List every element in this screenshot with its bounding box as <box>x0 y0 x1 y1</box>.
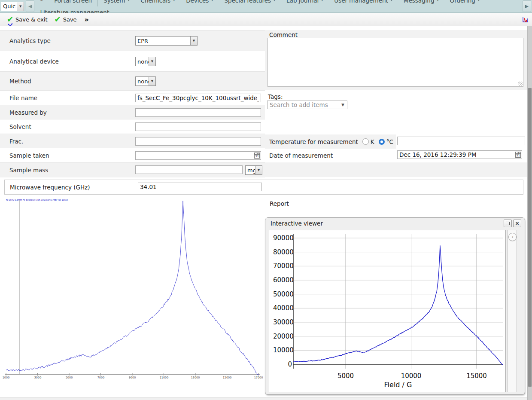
bottom-strip <box>0 397 528 400</box>
frac-input[interactable] <box>135 137 261 146</box>
menu-item-devices[interactable]: Devices▾ <box>180 0 219 6</box>
x-tick-label: 11000 <box>155 376 173 379</box>
toolbar-more-button[interactable]: » <box>85 15 89 24</box>
form-row-frac: Frac. <box>0 134 265 148</box>
x-tick-label: 5000 <box>328 372 363 380</box>
resize-handle-icon[interactable] <box>518 82 523 86</box>
form-row-method: Methodnone▼ <box>0 71 265 91</box>
x-tick-label: 3000 <box>29 376 46 379</box>
celsius-label: °C <box>386 138 393 145</box>
menu-item-user-management[interactable]: User management▾ <box>328 0 398 6</box>
x-tick-label: 5000 <box>61 376 78 379</box>
x-tick-label: 15000 <box>459 372 494 380</box>
chevron-down-icon[interactable]: ▼ <box>149 57 155 66</box>
kelvin-label: K <box>371 138 374 145</box>
analytical-device-select[interactable]: none▼ <box>135 57 156 66</box>
x-tick-label: 10000 <box>394 372 429 380</box>
close-icon[interactable]: × <box>513 220 521 227</box>
chevron-down-icon[interactable]: ▼ <box>190 37 197 45</box>
viewer-chart-svg <box>268 230 505 392</box>
spectrum-title: fs SecC 0.5mM Fe 30pcglyc 10K 100ussrt 1… <box>6 198 68 201</box>
tags-label: Tags: <box>268 93 283 100</box>
vertical-scrollbar[interactable] <box>527 26 532 400</box>
calendar-icon[interactable]: 31 <box>515 152 521 158</box>
menu-item-portal-screen[interactable]: Portal screen <box>49 0 98 6</box>
date-of-measurement-input[interactable] <box>397 150 522 159</box>
epr-spectrum-preview[interactable]: fs SecC 0.5mM Fe 30pcglyc 10K 100ussrt 1… <box>0 196 265 398</box>
form-row-measured-by: Measured by <box>0 105 265 119</box>
field-label: Frac. <box>9 138 23 145</box>
y-tick-label: 100000 <box>273 346 293 354</box>
y-tick-label: 400000 <box>273 304 293 312</box>
back-button[interactable]: ◀ <box>26 0 34 12</box>
chevron-down-icon[interactable]: ▼ <box>149 77 155 85</box>
measured-by-input[interactable] <box>135 108 261 117</box>
collapse-panel-icon[interactable]: ‹ <box>508 233 517 241</box>
analytics-type-select[interactable]: EPR▼ <box>135 36 198 46</box>
solvent-input[interactable] <box>135 122 261 131</box>
spectrum-icon[interactable] <box>522 16 529 23</box>
file-name-input[interactable] <box>135 94 261 102</box>
interactive-viewer-window: Interactive viewer × 0100000200000300000… <box>265 217 525 395</box>
quick-access-select[interactable]: Quic ▼ <box>1 2 24 11</box>
field-label: Method <box>9 78 31 85</box>
comment-label: Comment <box>269 31 298 38</box>
chevron-down-icon: ▾ <box>173 0 175 2</box>
maximize-icon[interactable] <box>504 220 512 227</box>
menu-item-chemicals[interactable]: Chemicals▾ <box>135 0 180 6</box>
chevron-down-icon: ▾ <box>128 0 129 2</box>
field-label: Analytics type <box>9 37 51 44</box>
menu-overflow-button[interactable]: ▶ <box>523 0 531 12</box>
date-of-measurement-label: Date of measurement <box>269 152 333 159</box>
menu-item-ordering[interactable]: Ordering▾ <box>444 0 485 6</box>
quick-select-value: Quic <box>1 3 17 9</box>
calendar-icon[interactable]: 31 <box>254 153 260 159</box>
method-select[interactable]: none▼ <box>135 76 156 86</box>
form-row-solvent: Solvent <box>0 119 265 134</box>
chevron-down-icon: ▾ <box>478 0 480 2</box>
comment-textarea[interactable] <box>268 38 523 87</box>
chevron-down-icon[interactable]: ▼ <box>255 166 262 174</box>
chevron-down-icon: ▼ <box>341 103 347 107</box>
application-window: Quic ▼ ◀ *Portal screenSystem▾Chemicals▾… <box>0 0 532 400</box>
microwave-frequency-label: Microwave frequency (GHz) <box>10 184 90 191</box>
field-label: Sample mass <box>9 167 48 174</box>
sample-taken-input[interactable] <box>135 151 261 160</box>
menu-item-system[interactable]: System▾ <box>98 0 135 6</box>
celsius-radio[interactable] <box>379 139 385 145</box>
menu-item-messaging[interactable]: Messaging▾ <box>398 0 444 6</box>
save-and-exit-button[interactable]: ✔ Save & exit <box>7 15 48 23</box>
sample-mass-unit-select[interactable]: mg▼ <box>245 165 262 175</box>
form-row-analytical-device: Analytical devicenone▼ <box>0 51 265 72</box>
sample-mass-input[interactable] <box>135 165 243 174</box>
menu-item-star[interactable]: * <box>34 0 49 6</box>
x-tick-label: 1000 <box>0 376 15 379</box>
chevron-down-icon: ▾ <box>321 0 323 2</box>
scrollbar-thumb[interactable] <box>528 88 532 387</box>
kelvin-radio[interactable] <box>362 138 369 145</box>
form-row-analytics-type: Analytics typeEPR▼ <box>0 30 265 51</box>
y-tick-label: 700000 <box>273 262 293 270</box>
x-axis-title: Field / G <box>293 381 503 389</box>
viewer-title: Interactive viewer <box>271 220 323 227</box>
tags-search-dropdown[interactable]: Search to add items ▼ <box>267 101 347 109</box>
y-tick-label: 600000 <box>273 276 293 284</box>
y-tick-label: 500000 <box>273 290 293 298</box>
form-row-sample-taken: Sample taken31 <box>0 148 265 163</box>
chevron-down-icon[interactable]: ▼ <box>17 2 24 11</box>
temperature-label: Temperature for measurement <box>269 138 358 145</box>
viewer-titlebar[interactable]: Interactive viewer × <box>265 218 525 229</box>
temperature-input[interactable] <box>397 137 525 145</box>
save-button[interactable]: ✔ Save <box>55 15 77 23</box>
tags-placeholder: Search to add items <box>268 101 341 108</box>
viewer-chart[interactable]: 0100000200000300000400000500000600000700… <box>268 230 506 392</box>
microwave-frequency-input[interactable] <box>138 183 262 191</box>
form-row-sample-mass: Sample massmg▼ <box>0 162 265 177</box>
menu-item-lab-journal[interactable]: Lab journal▾ <box>281 0 328 6</box>
field-label: Measured by <box>9 109 47 116</box>
x-tick-label: 17000 <box>250 376 267 379</box>
x-tick-label: 13000 <box>187 376 204 379</box>
menu-item-special-features[interactable]: Special features▾ <box>219 0 281 6</box>
y-tick-label: 300000 <box>273 318 293 326</box>
y-tick-label: 900000 <box>273 234 293 242</box>
